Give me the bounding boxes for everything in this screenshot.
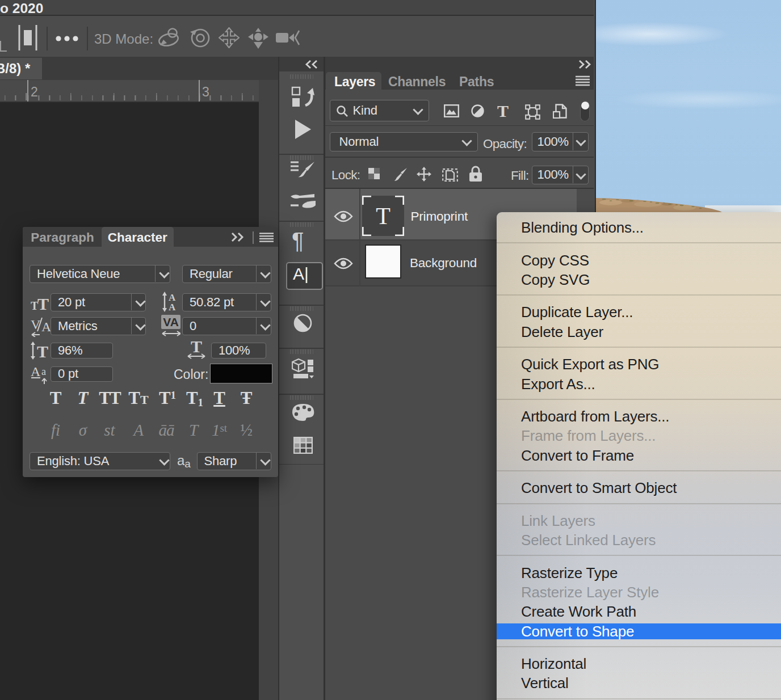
svg-text:a: a	[41, 366, 46, 377]
svg-text:T: T	[37, 342, 48, 360]
svg-text:A: A	[41, 319, 51, 334]
svg-text:A: A	[169, 302, 176, 312]
svg-text:A: A	[31, 365, 41, 379]
svg-text:T: T	[37, 294, 49, 311]
svg-text:T: T	[191, 340, 202, 356]
svg-text:T: T	[376, 203, 390, 229]
